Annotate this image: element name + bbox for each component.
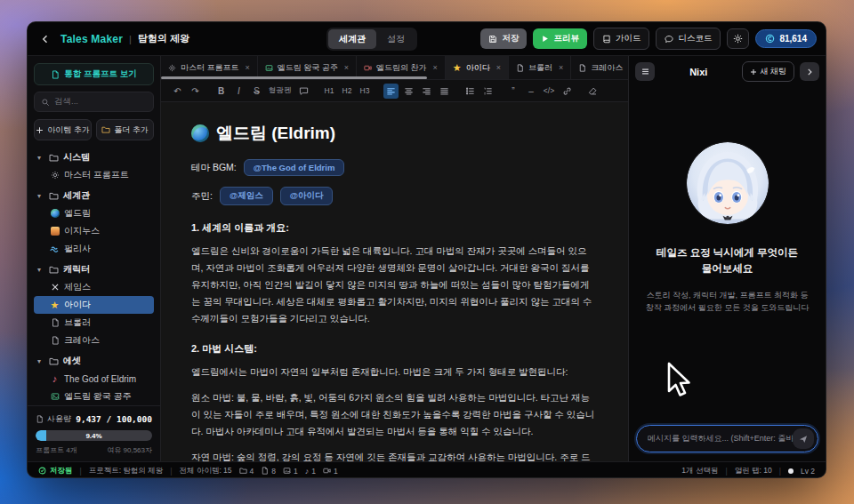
sidebar-item-god-of-eldrim[interactable]: ♪ The God of Eldrim: [34, 370, 154, 388]
align-right-button[interactable]: [419, 84, 434, 99]
status-level: Lv 2: [801, 467, 815, 476]
link-button[interactable]: [560, 84, 575, 99]
sidebar-folder-worldview[interactable]: ▾ 세계관: [34, 187, 154, 204]
preview-button[interactable]: 프리뷰: [533, 28, 587, 49]
collapse-panel-button[interactable]: [800, 62, 819, 81]
discord-button[interactable]: 디스코드: [656, 28, 721, 50]
discord-icon: [665, 35, 673, 44]
remaining-chars: 여유 90,563자: [107, 445, 152, 455]
saved-status: 저장됨: [38, 466, 73, 476]
folder-icon: [239, 467, 247, 475]
save-button[interactable]: 저장: [480, 28, 527, 49]
star-icon: ★: [453, 63, 462, 73]
bullet-list-button[interactable]: [463, 84, 478, 99]
sidebar-item-brawler[interactable]: 브롤러: [34, 314, 154, 332]
usage-progress-bar: 9.4%: [36, 430, 152, 441]
plus-icon: [36, 126, 44, 134]
add-item-button[interactable]: 아이템 추가: [34, 119, 92, 140]
chat-input[interactable]: 메시지를 입력하세요... (Shift+Enter: 줄바꿈): [636, 425, 818, 452]
strikethrough-button[interactable]: S: [249, 84, 264, 99]
chevron-down-icon: ▾: [37, 357, 44, 365]
desert-icon: [50, 227, 60, 236]
sidebar-item-eldrim-princess[interactable]: 엘드림 왕국 공주: [34, 388, 154, 405]
search-input[interactable]: 검색...: [34, 92, 154, 112]
music-note-icon: ♪: [305, 467, 310, 476]
heading1-button[interactable]: H1: [322, 84, 337, 99]
folder-icon: [49, 356, 59, 366]
gear-icon: [733, 34, 743, 44]
view-all-prompts-button[interactable]: 통합 프롬프트 보기: [34, 63, 154, 85]
editor-tab-brawler[interactable]: 브롤러×: [509, 56, 571, 79]
sidebar-item-kreas[interactable]: 크레아스: [34, 332, 154, 349]
resident-mention-chip[interactable]: @제임스: [220, 187, 273, 205]
numbered-list-button[interactable]: [480, 84, 495, 99]
close-icon[interactable]: ×: [496, 63, 501, 72]
document-icon: [50, 336, 60, 345]
close-icon[interactable]: ×: [559, 63, 563, 72]
tab-worldview[interactable]: 세계관: [328, 29, 376, 49]
send-button[interactable]: [793, 428, 814, 449]
settings-button[interactable]: [727, 28, 749, 49]
italic-button[interactable]: I: [231, 84, 246, 99]
sidebar-item-izinus[interactable]: 이지누스: [34, 222, 154, 240]
highlighter-button[interactable]: 형광펜: [267, 84, 294, 99]
status-project: 프로젝트: 탐험의 제왕: [89, 466, 164, 476]
editor-tab-kreas[interactable]: 크레아스×: [571, 56, 628, 79]
paragraph: 원소 마법: 불, 물, 바람, 흙, 빛, 어둠의 6가지 원소의 힘을 빌려…: [191, 389, 598, 440]
clear-format-button[interactable]: [585, 84, 600, 99]
guide-button[interactable]: 가이드: [593, 28, 650, 50]
coin-icon: [765, 34, 775, 44]
resident-mention-chip[interactable]: @아이다: [280, 187, 334, 205]
usage-label: 사용량: [47, 413, 71, 425]
align-justify-button[interactable]: [437, 84, 452, 99]
code-button[interactable]: </>: [542, 84, 557, 99]
quote-button[interactable]: ”: [506, 84, 521, 99]
send-icon: [799, 435, 808, 444]
close-icon[interactable]: ×: [246, 63, 250, 72]
editor-tab-aida[interactable]: ★ 아이다×: [446, 56, 509, 79]
tab-settings[interactable]: 설정: [376, 29, 415, 49]
close-icon[interactable]: ×: [344, 63, 349, 72]
status-video-count: 1: [323, 467, 338, 476]
sidebar-item-pellisa[interactable]: 펄리사: [34, 240, 154, 258]
editor-tab-bar: 마스터 프롬프트× 엘드림 왕국 공주× 엘드림의 찬가× ★ 아이다× 브롤러…: [161, 56, 628, 79]
chevron-down-icon: ▾: [37, 192, 44, 200]
document-title-row: 엘드림 (Eldrim): [191, 122, 598, 145]
heading3-button[interactable]: H3: [358, 84, 373, 99]
document-content[interactable]: 엘드림 (Eldrim) 테마 BGM: @The God of Eldrim …: [161, 102, 628, 461]
bgm-mention-chip[interactable]: @The God of Eldrim: [244, 159, 345, 176]
sidebar-item-master-prompt[interactable]: 마스터 프롬프트: [34, 166, 154, 184]
chat-menu-button[interactable]: [635, 62, 655, 81]
align-center-button[interactable]: [401, 84, 416, 99]
chevron-left-icon: [40, 34, 51, 44]
mode-switcher: 세계관 설정: [326, 28, 417, 51]
sidebar-folder-assets[interactable]: ▾ 에셋: [34, 352, 154, 370]
horizontal-rule-button[interactable]: –: [524, 84, 539, 99]
credit-balance-badge[interactable]: 81,614: [755, 29, 817, 48]
sidebar-item-aida[interactable]: ★ 아이다: [34, 296, 154, 314]
gear-icon: [50, 171, 60, 180]
bullet-list-icon: [465, 86, 475, 96]
video-icon: [364, 64, 372, 72]
level-dot-icon: [788, 468, 794, 474]
back-button[interactable]: [36, 30, 54, 48]
sidebar-folder-characters[interactable]: ▾ 캐릭터: [34, 260, 154, 278]
prompt-count: 프롬프트 4개: [36, 445, 77, 455]
tab-scrollbar[interactable]: [161, 76, 427, 79]
new-chat-button[interactable]: 새 채팅: [742, 61, 794, 82]
eraser-icon: [588, 86, 598, 96]
bold-button[interactable]: B: [214, 84, 229, 99]
undo-button[interactable]: ↶: [170, 84, 185, 99]
align-left-button[interactable]: [383, 84, 399, 99]
sidebar-item-james[interactable]: 제임스: [34, 278, 154, 296]
redo-button[interactable]: ↷: [188, 84, 203, 99]
sidebar-folder-system[interactable]: ▾ 시스템: [34, 148, 154, 166]
comment-button[interactable]: [296, 84, 311, 99]
chat-header: Nixi 새 채팅: [629, 56, 826, 87]
chat-assistant-name: Nixi: [660, 67, 737, 77]
heading2-button[interactable]: H2: [340, 84, 355, 99]
document-icon: [50, 318, 60, 327]
close-icon[interactable]: ×: [433, 63, 438, 72]
sidebar-item-eldrim[interactable]: 엘드림: [34, 204, 154, 222]
add-folder-button[interactable]: 폴더 추가: [96, 119, 154, 140]
